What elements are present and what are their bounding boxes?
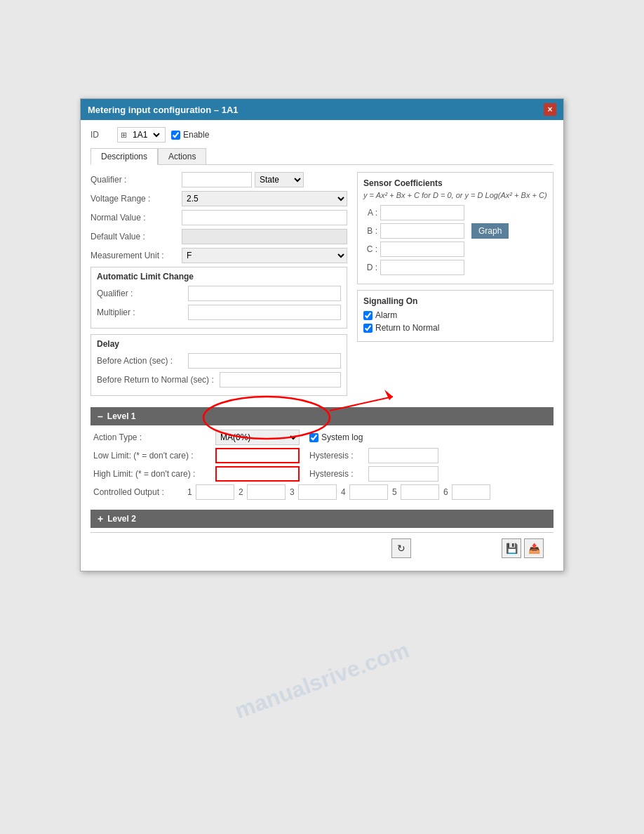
qualifier-state-select[interactable]: State xyxy=(255,172,304,187)
multiplier-input[interactable]: 1 xyxy=(188,305,341,320)
export-button[interactable]: 📤 xyxy=(524,538,544,558)
level2-title: Level 2 xyxy=(107,514,136,524)
high-limit-input[interactable]: 90 xyxy=(215,466,300,482)
ctrl-1-input[interactable] xyxy=(196,484,234,500)
qualifier2-input[interactable] xyxy=(188,286,341,301)
ctrl-2-input[interactable] xyxy=(247,484,286,500)
level2-expand-icon[interactable]: + xyxy=(98,513,103,524)
default-value-row: Default Value : 0 xyxy=(90,229,347,244)
coeff-b-label: B : xyxy=(363,226,377,236)
alarm-checkbox[interactable] xyxy=(363,311,373,320)
low-limit-input[interactable]: 50 xyxy=(215,448,300,463)
before-return-input[interactable]: 0 xyxy=(220,372,341,388)
low-limit-label: Low Limit: (* = don't care) : xyxy=(93,451,213,461)
delay-section: Delay Before Action (sec) : 0 Before Ret… xyxy=(90,334,347,396)
coeff-c-input[interactable]: 32 xyxy=(380,241,464,257)
ctrl-item-2: 2 xyxy=(239,484,286,500)
before-return-label: Before Return to Normal (sec) : xyxy=(97,375,220,385)
graph-button[interactable]: Graph xyxy=(471,223,509,239)
id-label: ID xyxy=(90,130,112,140)
refresh-button[interactable]: ↻ xyxy=(391,538,411,558)
before-action-input[interactable]: 0 xyxy=(188,353,341,369)
auto-limit-section: Automatic Limit Change Qualifier : Multi… xyxy=(90,267,347,329)
qualifier2-label: Qualifier : xyxy=(97,289,188,298)
before-action-label: Before Action (sec) : xyxy=(97,356,188,366)
qualifier-input[interactable] xyxy=(182,172,252,187)
normal-value-label: Normal Value : xyxy=(90,213,182,223)
measurement-unit-select[interactable]: F xyxy=(182,248,347,263)
signalling-box: Signalling On Alarm Return to Normal xyxy=(357,290,554,342)
before-return-row: Before Return to Normal (sec) : 0 xyxy=(97,372,341,388)
system-log-label: System log xyxy=(321,432,363,442)
qualifier-label: Qualifier : xyxy=(90,175,182,185)
high-limit-row: High Limit: (* = don't care) : 90 Hyster… xyxy=(93,466,551,482)
measurement-unit-label: Measurement Unit : xyxy=(90,251,182,260)
hysteresis-low-input[interactable]: 0 xyxy=(368,448,438,463)
system-log-checkbox[interactable] xyxy=(309,433,318,442)
normal-value-row: Normal Value : 0 xyxy=(90,210,347,225)
dialog: Metering input configuration – 1A1 × ID … xyxy=(80,98,564,571)
hysteresis-high-input[interactable]: 0 xyxy=(368,466,438,482)
tabs-row: Descriptions Actions xyxy=(90,148,554,165)
content-row: Qualifier : State Voltage Range : 2.5 No… xyxy=(90,172,554,402)
coeff-c-row: C : 32 xyxy=(363,241,547,257)
delay-title: Delay xyxy=(97,339,341,349)
level1-collapse-icon[interactable]: – xyxy=(98,411,103,422)
footer-bar: ↻ 💾 📤 xyxy=(90,532,554,564)
alarm-label: Alarm xyxy=(375,310,397,320)
coeff-a-input[interactable]: 0 xyxy=(380,205,464,220)
level2-header: + Level 2 xyxy=(90,510,554,528)
ctrl-item-5: 5 xyxy=(392,484,439,500)
low-limit-row: Low Limit: (* = don't care) : 50 Hystere… xyxy=(93,448,551,463)
level1-title: Level 1 xyxy=(107,411,136,421)
ctrl-6-input[interactable] xyxy=(452,484,490,500)
id-row: ID ⊞ 1A1 Enable xyxy=(90,127,554,143)
controlled-output-label: Controlled Output : xyxy=(93,487,185,497)
right-panel: Sensor Coefficients y = Ax² + Bx + C for… xyxy=(357,172,554,402)
voltage-range-label: Voltage Range : xyxy=(90,194,182,204)
ctrl-4-input[interactable] xyxy=(349,484,388,500)
return-checkbox[interactable] xyxy=(363,324,373,333)
tab-descriptions[interactable]: Descriptions xyxy=(90,148,158,165)
ctrl-item-3: 3 xyxy=(290,484,337,500)
controlled-output-row: Controlled Output : 1 2 3 xyxy=(93,484,551,500)
save-button[interactable]: 💾 xyxy=(502,538,521,558)
id-select[interactable]: 1A1 xyxy=(130,129,162,140)
export-icon: 📤 xyxy=(528,543,540,554)
signalling-title: Signalling On xyxy=(363,296,547,306)
return-label: Return to Normal xyxy=(375,323,439,333)
default-value-label: Default Value : xyxy=(90,232,182,241)
left-panel: Qualifier : State Voltage Range : 2.5 No… xyxy=(90,172,347,402)
qualifier-row: Qualifier : State xyxy=(90,172,347,187)
tab-actions[interactable]: Actions xyxy=(158,148,206,164)
id-input-wrap: ⊞ 1A1 xyxy=(117,127,166,143)
ctrl-3-input[interactable] xyxy=(298,484,337,500)
coeff-a-label: A : xyxy=(363,208,377,218)
watermark: manualsrive.com xyxy=(232,637,412,724)
alarm-row: Alarm xyxy=(363,310,547,320)
voltage-range-select[interactable]: 2.5 xyxy=(182,191,347,206)
action-type-label: Action Type : xyxy=(93,432,213,442)
qualifier2-row: Qualifier : xyxy=(97,286,341,301)
auto-limit-title: Automatic Limit Change xyxy=(97,272,341,282)
ctrl-6-label: 6 xyxy=(443,487,450,497)
normal-value-input[interactable]: 0 xyxy=(182,210,347,225)
ctrl-5-input[interactable] xyxy=(401,484,439,500)
coeff-b-row: B : 180 Graph xyxy=(363,223,547,239)
enable-checkbox[interactable] xyxy=(171,131,180,140)
hysteresis-high-label: Hysteresis : xyxy=(309,469,365,479)
coeff-d-label: D : xyxy=(363,263,377,272)
sensor-box: Sensor Coefficients y = Ax² + Bx + C for… xyxy=(357,172,554,284)
return-row: Return to Normal xyxy=(363,323,547,333)
coeff-d-input[interactable]: 0 xyxy=(380,260,464,275)
enable-wrap: Enable xyxy=(171,130,209,140)
action-type-select[interactable]: MA(0%) xyxy=(215,430,300,445)
system-log-check: System log xyxy=(309,432,363,442)
before-action-row: Before Action (sec) : 0 xyxy=(97,353,341,369)
dialog-body: ID ⊞ 1A1 Enable Descriptions Actions xyxy=(81,120,563,571)
hysteresis-low-label: Hysteresis : xyxy=(309,451,365,461)
level1-body: Action Type : MA(0%) System log Low Limi… xyxy=(90,430,554,505)
coeff-c-label: C : xyxy=(363,244,377,254)
close-button[interactable]: × xyxy=(544,103,556,116)
coeff-b-input[interactable]: 180 xyxy=(380,223,464,239)
